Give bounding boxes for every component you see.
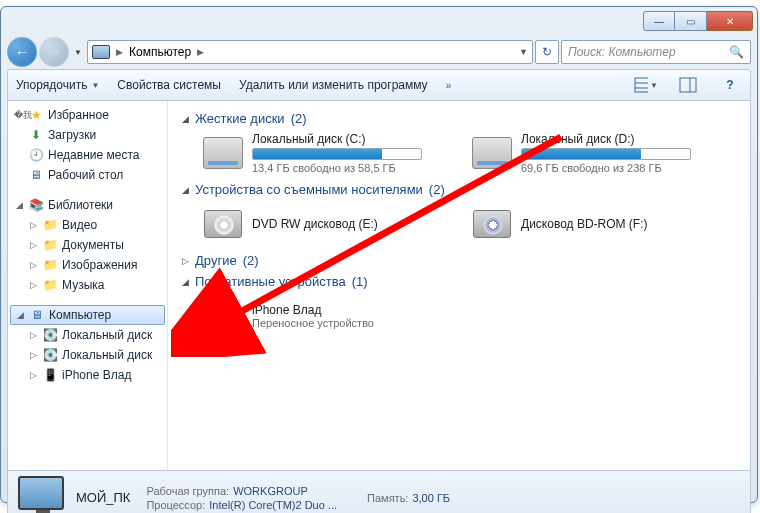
- sidebar-desktop[interactable]: 🖥Рабочий стол: [8, 165, 167, 185]
- view-options-button[interactable]: ▼: [634, 74, 658, 96]
- sidebar-videos[interactable]: ▷📁Видео: [8, 215, 167, 235]
- sidebar-iphone[interactable]: ▷📱iPhone Влад: [8, 365, 167, 385]
- pc-name: МОЙ_ПК: [76, 490, 130, 505]
- library-icon: 📚: [28, 197, 44, 213]
- sidebar-recent[interactable]: 🕘Недавние места: [8, 145, 167, 165]
- command-bar: Упорядочить▼ Свойства системы Удалить ил…: [7, 69, 751, 101]
- drive-bd[interactable]: Дисковод BD-ROM (F:): [471, 203, 716, 245]
- phone-icon: [202, 295, 244, 337]
- favorites-node[interactable]: �我★Избранное: [8, 105, 167, 125]
- explorer-body: �我★Избранное ⬇Загрузки 🕘Недавние места 🖥…: [7, 101, 751, 471]
- system-properties-button[interactable]: Свойства системы: [117, 78, 221, 92]
- chevron-right-icon: ▶: [197, 47, 204, 57]
- sidebar-music[interactable]: ▷📁Музыка: [8, 275, 167, 295]
- help-button[interactable]: ?: [718, 74, 742, 96]
- dvd-icon: [202, 203, 244, 245]
- folder-icon: 📁: [42, 257, 58, 273]
- recent-icon: 🕘: [28, 147, 44, 163]
- drive-c[interactable]: Локальный диск (C:) 13,4 ГБ свободно из …: [202, 132, 447, 174]
- star-icon: ★: [28, 107, 44, 123]
- svg-rect-0: [635, 78, 648, 92]
- back-button[interactable]: ←: [7, 37, 37, 67]
- collapse-icon: ◢: [182, 114, 189, 124]
- section-other[interactable]: ▷ Другие (2): [182, 253, 736, 268]
- content-pane: ◢ Жесткие диски (2) Локальный диск (C:) …: [168, 101, 750, 470]
- chevron-right-icon: ▶: [116, 47, 123, 57]
- computer-icon: [18, 476, 66, 514]
- drive-icon: 💽: [42, 327, 58, 343]
- drive-icon: 💽: [42, 347, 58, 363]
- computer-icon: [92, 45, 110, 59]
- forward-button[interactable]: →: [39, 37, 69, 67]
- address-bar[interactable]: ▶ Компьютер ▶ ▼: [87, 40, 533, 64]
- usage-bar-d: [522, 149, 641, 159]
- computer-icon: 🖥: [29, 307, 45, 323]
- address-dropdown-icon[interactable]: ▼: [519, 47, 528, 57]
- refresh-button[interactable]: ↻: [535, 40, 559, 64]
- folder-icon: 📁: [42, 237, 58, 253]
- svg-rect-3: [680, 78, 696, 92]
- close-button[interactable]: ✕: [707, 11, 753, 31]
- collapse-icon: ◢: [182, 277, 189, 287]
- details-pane: МОЙ_ПК Рабочая группа: WORKGROUP Процесс…: [7, 471, 751, 513]
- drive-dvd[interactable]: DVD RW дисковод (E:): [202, 203, 447, 245]
- folder-icon: 📁: [42, 217, 58, 233]
- section-portable[interactable]: ◢ Портативные устройства (1): [182, 274, 736, 289]
- search-icon: 🔍: [729, 45, 744, 59]
- sidebar-documents[interactable]: ▷📁Документы: [8, 235, 167, 255]
- computer-node[interactable]: ◢🖥Компьютер: [10, 305, 165, 325]
- bluray-icon: [471, 203, 513, 245]
- history-dropdown[interactable]: ▼: [71, 38, 85, 66]
- folder-icon: 📁: [42, 277, 58, 293]
- maximize-button[interactable]: ▭: [675, 11, 707, 31]
- search-placeholder: Поиск: Компьютер: [568, 45, 676, 59]
- phone-icon: 📱: [42, 367, 58, 383]
- uninstall-program-button[interactable]: Удалить или изменить программу: [239, 78, 428, 92]
- organize-menu[interactable]: Упорядочить▼: [16, 78, 99, 92]
- sidebar-drive-d[interactable]: ▷💽Локальный диск: [8, 345, 167, 365]
- usage-bar-c: [253, 149, 382, 159]
- hdd-icon: [202, 132, 244, 174]
- overflow-button[interactable]: »: [446, 80, 452, 91]
- section-removable[interactable]: ◢ Устройства со съемными носителями (2): [182, 182, 736, 197]
- preview-pane-button[interactable]: [676, 74, 700, 96]
- breadcrumb-computer[interactable]: Компьютер: [129, 45, 191, 59]
- titlebar: — ▭ ✕: [1, 7, 757, 35]
- navigation-pane: �我★Избранное ⬇Загрузки 🕘Недавние места 🖥…: [8, 101, 168, 470]
- download-icon: ⬇: [28, 127, 44, 143]
- drive-d[interactable]: Локальный диск (D:) 69,6 ГБ свободно из …: [471, 132, 716, 174]
- minimize-button[interactable]: —: [643, 11, 675, 31]
- collapse-icon: ◢: [182, 185, 189, 195]
- sidebar-pictures[interactable]: ▷📁Изображения: [8, 255, 167, 275]
- explorer-window: — ▭ ✕ ← → ▼ ▶ Компьютер ▶ ▼ ↻ Поиск: Ком…: [0, 6, 758, 503]
- sidebar-downloads[interactable]: ⬇Загрузки: [8, 125, 167, 145]
- expand-icon: ▷: [182, 256, 189, 266]
- sidebar-drive-c[interactable]: ▷💽Локальный диск: [8, 325, 167, 345]
- libraries-node[interactable]: ◢📚Библиотеки: [8, 195, 167, 215]
- device-iphone[interactable]: iPhone Влад Переносное устройство: [202, 295, 447, 337]
- search-box[interactable]: Поиск: Компьютер 🔍: [561, 40, 751, 64]
- nav-bar: ← → ▼ ▶ Компьютер ▶ ▼ ↻ Поиск: Компьютер…: [7, 35, 751, 69]
- desktop-icon: 🖥: [28, 167, 44, 183]
- section-hard-drives[interactable]: ◢ Жесткие диски (2): [182, 111, 736, 126]
- hdd-icon: [471, 132, 513, 174]
